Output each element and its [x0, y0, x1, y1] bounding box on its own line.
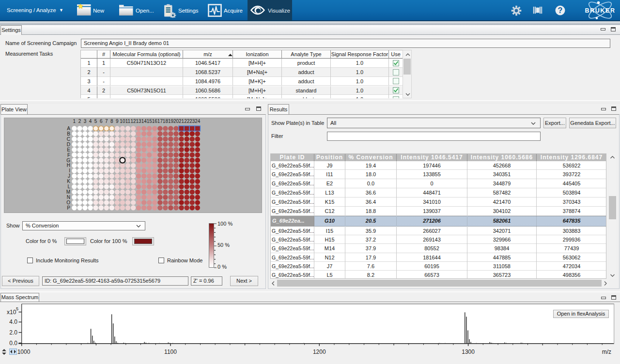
svg-text:1100: 1100	[164, 349, 177, 355]
svg-text:K: K	[67, 179, 70, 184]
svg-text:3: 3	[84, 119, 87, 124]
svg-text:19: 19	[168, 119, 174, 124]
svg-text:1300: 1300	[462, 349, 475, 355]
svg-text:1000: 1000	[17, 349, 31, 355]
svg-text:8: 8	[110, 119, 113, 124]
svg-text:D: D	[67, 142, 70, 147]
svg-text:J: J	[68, 173, 70, 179]
svg-text:23: 23	[189, 119, 195, 124]
svg-text:G: G	[66, 158, 70, 163]
svg-text:10: 10	[120, 119, 125, 124]
svg-text:2.0: 2.0	[9, 329, 17, 336]
svg-text:7: 7	[105, 119, 108, 124]
svg-text:9: 9	[116, 119, 119, 124]
svg-text:2: 2	[78, 119, 81, 124]
svg-text:13: 13	[136, 119, 142, 124]
svg-text:A: A	[67, 126, 70, 131]
svg-text:18: 18	[163, 119, 169, 124]
svg-text:1: 1	[73, 119, 76, 124]
svg-text:I: I	[69, 168, 70, 173]
svg-text:1200: 1200	[313, 349, 326, 355]
svg-text:22: 22	[184, 119, 190, 124]
svg-text:N: N	[67, 195, 70, 200]
svg-text:F: F	[67, 152, 70, 158]
svg-text:5: 5	[94, 119, 97, 124]
svg-text:P: P	[67, 205, 70, 211]
svg-text:12: 12	[131, 119, 137, 124]
svg-text:24: 24	[195, 119, 201, 124]
svg-text:m/z: m/z	[602, 349, 611, 355]
svg-text:L: L	[67, 184, 70, 189]
svg-text:0.0: 0.0	[9, 340, 17, 347]
svg-text:15: 15	[147, 119, 153, 124]
svg-text:4: 4	[89, 119, 92, 124]
svg-text:H: H	[67, 163, 70, 168]
svg-text:?: ?	[558, 6, 563, 15]
svg-text:E: E	[67, 147, 70, 152]
svg-text:C: C	[67, 136, 70, 142]
svg-text:5: 5	[16, 306, 18, 311]
svg-text:4.0: 4.0	[9, 318, 17, 325]
svg-text:6: 6	[100, 119, 103, 124]
svg-text:14: 14	[141, 119, 147, 124]
svg-text:x10: x10	[7, 309, 16, 316]
svg-text:11: 11	[125, 119, 131, 124]
svg-text:O: O	[66, 200, 70, 205]
svg-text:BRUKER: BRUKER	[585, 7, 615, 14]
svg-text:20: 20	[173, 119, 179, 124]
svg-text:B: B	[67, 131, 70, 136]
svg-text:M: M	[66, 189, 70, 195]
svg-text:17: 17	[157, 119, 163, 124]
svg-text:21: 21	[179, 119, 185, 124]
svg-text:16: 16	[152, 119, 158, 124]
